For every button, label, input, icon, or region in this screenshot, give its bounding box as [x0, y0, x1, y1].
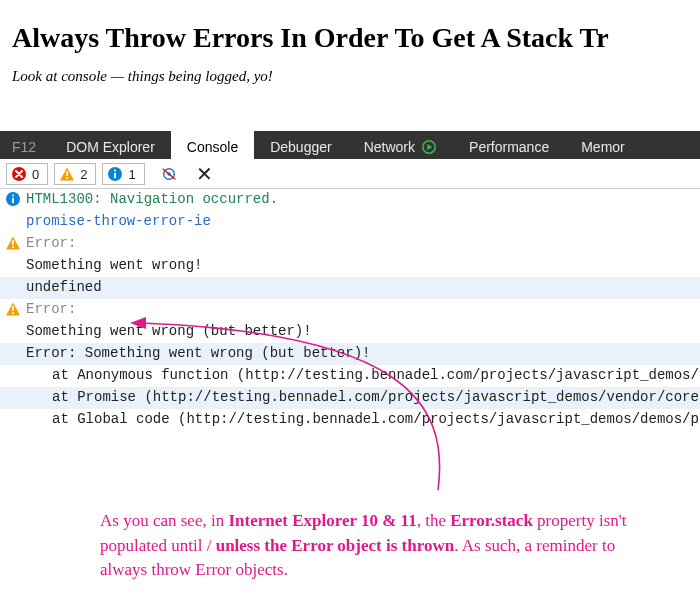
- target-toggle-button[interactable]: [157, 162, 181, 186]
- error-filter-chip[interactable]: 0: [6, 163, 48, 185]
- svg-rect-5: [66, 177, 68, 179]
- console-stack-frame: at Promise (http://testing.bennadel.com/…: [0, 387, 700, 409]
- annotation-block: As you can see, in Internet Explorer 10 …: [0, 439, 700, 600]
- svg-rect-17: [12, 246, 14, 248]
- clear-console-button[interactable]: ✕: [193, 162, 217, 186]
- tab-memory[interactable]: Memor: [565, 131, 641, 159]
- devtools-tabstrip: F12 DOM Explorer Console Debugger Networ…: [0, 131, 700, 159]
- console-info-text: Navigation occurred.: [110, 191, 278, 207]
- tab-dom-explorer[interactable]: DOM Explorer: [50, 131, 171, 159]
- console-toolbar: 0 2 1 ✕: [0, 159, 700, 189]
- console-text-line: undefined: [0, 277, 700, 299]
- console-info-code: HTML1300:: [26, 191, 102, 207]
- tab-performance[interactable]: Performance: [453, 131, 565, 159]
- warning-icon: [5, 235, 21, 251]
- console-info-entry[interactable]: HTML1300: Navigation occurred.: [0, 189, 700, 211]
- console-warning-entry[interactable]: Error:: [0, 299, 700, 321]
- svg-rect-8: [115, 170, 117, 172]
- error-count: 0: [32, 167, 39, 182]
- page-subtitle: Look at console — things being logged, y…: [12, 68, 700, 85]
- warning-filter-chip[interactable]: 2: [54, 163, 96, 185]
- target-icon: [161, 166, 177, 182]
- console-stack-frame: at Anonymous function (http://testing.be…: [0, 365, 700, 387]
- error-icon: [11, 166, 27, 182]
- page-title: Always Throw Errors In Order To Get A St…: [12, 22, 700, 54]
- info-filter-chip[interactable]: 1: [102, 163, 144, 185]
- svg-rect-7: [115, 173, 117, 178]
- svg-rect-19: [12, 306, 14, 311]
- play-ring-icon: [421, 139, 437, 155]
- devtools-panel: F12 DOM Explorer Console Debugger Networ…: [0, 131, 700, 431]
- warning-count: 2: [80, 167, 87, 182]
- svg-rect-13: [12, 198, 14, 203]
- svg-marker-1: [427, 144, 432, 150]
- console-text-line: Something went wrong (but better)!: [0, 321, 700, 343]
- svg-rect-14: [12, 195, 14, 197]
- info-icon: [5, 191, 21, 207]
- warning-icon: [59, 166, 75, 182]
- tab-network[interactable]: Network: [348, 131, 453, 159]
- info-icon: [107, 166, 123, 182]
- tab-debugger[interactable]: Debugger: [254, 131, 348, 159]
- console-text-line: Something went wrong!: [0, 255, 700, 277]
- tab-network-label: Network: [364, 139, 415, 155]
- console-stack-frame: at Global code (http://testing.bennadel.…: [0, 409, 700, 431]
- tab-console[interactable]: Console: [171, 131, 254, 159]
- console-warning-entry[interactable]: Error:: [0, 233, 700, 255]
- console-output: HTML1300: Navigation occurred. promise-t…: [0, 189, 700, 431]
- svg-rect-4: [66, 171, 68, 176]
- svg-rect-16: [12, 240, 14, 245]
- tab-f12[interactable]: F12: [0, 131, 50, 159]
- close-icon: ✕: [196, 164, 213, 184]
- info-count: 1: [128, 167, 135, 182]
- console-stack-head: Error: Something went wrong (but better)…: [0, 343, 700, 365]
- console-info-source[interactable]: promise-throw-error-ie: [0, 211, 700, 233]
- warning-icon: [5, 301, 21, 317]
- svg-rect-20: [12, 312, 14, 314]
